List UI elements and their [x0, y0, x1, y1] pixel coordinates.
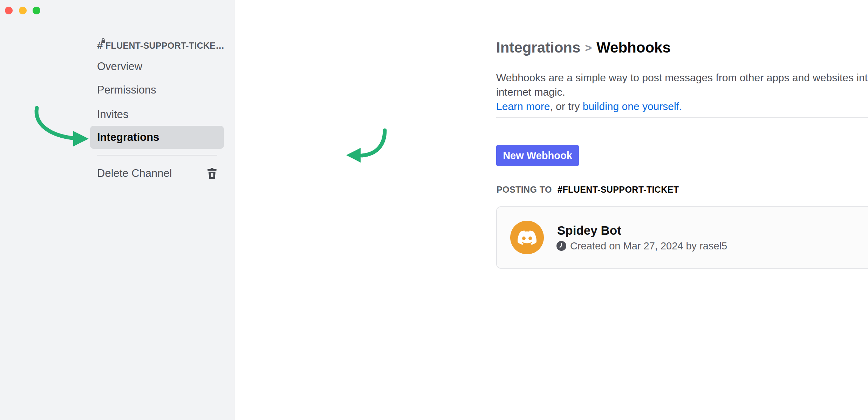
sidebar-item-label: Overview	[97, 60, 142, 73]
traffic-light-close-button[interactable]	[5, 7, 13, 14]
posting-to-label: POSTING TO	[497, 185, 552, 194]
content-divider	[496, 117, 868, 118]
delete-channel-label: Delete Channel	[97, 167, 172, 180]
webhooks-settings-panel: Integrations > Webhooks Webhooks are a s…	[235, 0, 868, 420]
sidebar-item-permissions[interactable]: Permissions	[90, 78, 224, 102]
posting-to-channel: #FLUENT-SUPPORT-TICKET	[558, 185, 679, 194]
lock-icon	[101, 38, 105, 43]
clock-icon	[556, 241, 566, 251]
page-title-webhooks: Webhooks	[596, 39, 671, 56]
learn-more-link[interactable]: Learn more	[496, 101, 550, 112]
traffic-light-minimize-button[interactable]	[19, 7, 27, 14]
breadcrumb-separator: >	[585, 41, 592, 55]
webhook-created-row: Created on Mar 27, 2024 by rasel5	[556, 241, 727, 251]
description-text: Webhooks are a simple way to post messag…	[496, 72, 868, 98]
channel-name-label: FLUENT-SUPPORT-TICKE…	[105, 41, 225, 51]
new-webhook-button[interactable]: New Webhook	[496, 145, 579, 166]
breadcrumb-integrations[interactable]: Integrations	[496, 39, 580, 56]
posting-to-heading: POSTING TO #FLUENT-SUPPORT-TICKET	[497, 185, 679, 195]
sidebar-item-label: Integrations	[97, 131, 159, 144]
sidebar-item-overview[interactable]: Overview	[90, 55, 224, 78]
webhook-avatar	[510, 221, 544, 254]
new-webhook-button-label: New Webhook	[503, 150, 572, 161]
delete-channel-button[interactable]: Delete Channel	[90, 162, 224, 185]
breadcrumb: Integrations > Webhooks	[496, 39, 671, 56]
traffic-light-zoom-button[interactable]	[33, 7, 40, 14]
channel-settings-header: # FLUENT-SUPPORT-TICKE…	[97, 39, 225, 52]
channel-settings-sidebar: # FLUENT-SUPPORT-TICKE… Overview Permiss…	[0, 0, 235, 420]
sidebar-divider	[97, 155, 217, 156]
webhooks-description: Webhooks are a simple way to post messag…	[496, 70, 868, 113]
webhook-created-text: Created on Mar 27, 2024 by rasel5	[570, 240, 727, 252]
description-middle-text: , or try	[550, 101, 582, 112]
building-one-yourself-link[interactable]: building one yourself.	[583, 101, 682, 112]
sidebar-item-invites[interactable]: Invites	[90, 103, 224, 126]
trash-icon	[207, 168, 217, 179]
sidebar-item-integrations-selected[interactable]: Integrations	[90, 126, 224, 149]
channel-hash-icon: #	[97, 40, 103, 51]
sidebar-item-label: Invites	[97, 108, 129, 121]
webhook-name: Spidey Bot	[557, 223, 621, 237]
discord-logo-icon	[518, 230, 536, 245]
webhook-card-spidey-bot[interactable]: Spidey Bot Created on Mar 27, 2024 by ra…	[496, 206, 868, 269]
sidebar-item-label: Permissions	[97, 84, 156, 96]
